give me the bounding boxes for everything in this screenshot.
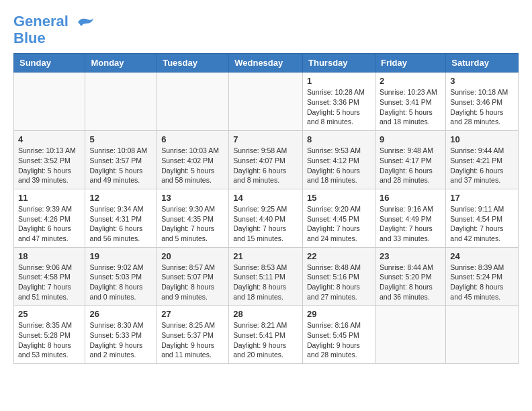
day-number: 16	[380, 193, 441, 203]
logo-general: General	[13, 13, 69, 30]
day-number: 18	[18, 251, 81, 261]
weekday-header-saturday: Saturday	[446, 54, 519, 73]
day-info: Sunrise: 9:44 AM Sunset: 4:21 PM Dayligh…	[450, 146, 514, 185]
day-info: Sunrise: 9:25 AM Sunset: 4:40 PM Dayligh…	[233, 204, 298, 244]
day-number: 23	[380, 251, 441, 261]
weekday-header-row: SundayMondayTuesdayWednesdayThursdayFrid…	[14, 54, 519, 73]
calendar-cell: 5Sunrise: 10:08 AM Sunset: 3:57 PM Dayli…	[85, 131, 157, 189]
day-number: 17	[450, 193, 514, 203]
calendar-cell: 3Sunrise: 10:18 AM Sunset: 3:46 PM Dayli…	[446, 73, 519, 131]
day-info: Sunrise: 8:39 AM Sunset: 5:24 PM Dayligh…	[450, 263, 514, 302]
day-number: 11	[18, 193, 81, 203]
day-info: Sunrise: 8:44 AM Sunset: 5:20 PM Dayligh…	[380, 263, 441, 302]
day-info: Sunrise: 10:13 AM Sunset: 3:52 PM Daylig…	[18, 146, 81, 185]
calendar-table: SundayMondayTuesdayWednesdayThursdayFrid…	[13, 53, 519, 364]
day-number: 15	[307, 193, 371, 203]
calendar-cell: 29Sunrise: 8:16 AM Sunset: 5:45 PM Dayli…	[303, 306, 375, 364]
calendar-cell: 6Sunrise: 10:03 AM Sunset: 4:02 PM Dayli…	[157, 131, 229, 189]
weekday-header-tuesday: Tuesday	[157, 54, 229, 73]
calendar-cell: 10Sunrise: 9:44 AM Sunset: 4:21 PM Dayli…	[446, 131, 519, 189]
day-number: 14	[233, 193, 298, 203]
day-number: 27	[161, 309, 224, 319]
day-number: 29	[307, 309, 371, 319]
weekday-header-friday: Friday	[375, 54, 445, 73]
day-number: 28	[233, 309, 298, 319]
day-info: Sunrise: 9:48 AM Sunset: 4:17 PM Dayligh…	[380, 146, 441, 185]
calendar-cell: 8Sunrise: 9:53 AM Sunset: 4:12 PM Daylig…	[303, 131, 375, 189]
day-info: Sunrise: 8:16 AM Sunset: 5:45 PM Dayligh…	[307, 320, 371, 360]
calendar-cell	[14, 73, 85, 131]
calendar-cell	[229, 73, 303, 131]
calendar-cell: 11Sunrise: 9:39 AM Sunset: 4:26 PM Dayli…	[14, 189, 85, 247]
calendar-cell: 19Sunrise: 9:02 AM Sunset: 5:03 PM Dayli…	[85, 247, 157, 306]
day-info: Sunrise: 9:02 AM Sunset: 5:03 PM Dayligh…	[89, 263, 152, 302]
day-info: Sunrise: 8:57 AM Sunset: 5:07 PM Dayligh…	[161, 263, 224, 302]
day-number: 1	[307, 76, 371, 86]
day-info: Sunrise: 9:11 AM Sunset: 4:54 PM Dayligh…	[450, 204, 514, 244]
day-info: Sunrise: 10:28 AM Sunset: 3:36 PM Daylig…	[307, 87, 371, 127]
calendar-cell	[375, 306, 445, 364]
day-info: Sunrise: 9:20 AM Sunset: 4:45 PM Dayligh…	[307, 204, 371, 244]
day-info: Sunrise: 9:53 AM Sunset: 4:12 PM Dayligh…	[307, 146, 371, 185]
calendar-cell: 25Sunrise: 8:35 AM Sunset: 5:28 PM Dayli…	[14, 306, 85, 364]
day-info: Sunrise: 9:58 AM Sunset: 4:07 PM Dayligh…	[233, 146, 298, 185]
day-number: 3	[450, 76, 514, 86]
day-info: Sunrise: 9:39 AM Sunset: 4:26 PM Dayligh…	[18, 204, 81, 244]
calendar-cell: 22Sunrise: 8:48 AM Sunset: 5:16 PM Dayli…	[303, 247, 375, 306]
day-number: 2	[380, 76, 441, 86]
calendar-cell: 21Sunrise: 8:53 AM Sunset: 5:11 PM Dayli…	[229, 247, 303, 306]
day-info: Sunrise: 10:03 AM Sunset: 4:02 PM Daylig…	[161, 146, 224, 185]
calendar-cell: 23Sunrise: 8:44 AM Sunset: 5:20 PM Dayli…	[375, 247, 445, 306]
calendar-cell: 12Sunrise: 9:34 AM Sunset: 4:31 PM Dayli…	[85, 189, 157, 247]
day-info: Sunrise: 8:25 AM Sunset: 5:37 PM Dayligh…	[161, 320, 224, 360]
calendar-week-row: 11Sunrise: 9:39 AM Sunset: 4:26 PM Dayli…	[14, 189, 519, 247]
day-info: Sunrise: 9:16 AM Sunset: 4:49 PM Dayligh…	[380, 204, 441, 244]
calendar-cell: 4Sunrise: 10:13 AM Sunset: 3:52 PM Dayli…	[14, 131, 85, 189]
day-number: 21	[233, 251, 298, 261]
calendar-cell	[446, 306, 519, 364]
day-number: 19	[89, 251, 152, 261]
day-number: 7	[233, 134, 298, 144]
calendar-cell: 27Sunrise: 8:25 AM Sunset: 5:37 PM Dayli…	[157, 306, 229, 364]
day-info: Sunrise: 10:18 AM Sunset: 3:46 PM Daylig…	[450, 87, 514, 127]
calendar-cell: 15Sunrise: 9:20 AM Sunset: 4:45 PM Dayli…	[303, 189, 375, 247]
day-number: 25	[18, 309, 81, 319]
calendar-week-row: 4Sunrise: 10:13 AM Sunset: 3:52 PM Dayli…	[14, 131, 519, 189]
calendar-cell: 16Sunrise: 9:16 AM Sunset: 4:49 PM Dayli…	[375, 189, 445, 247]
calendar-cell: 1Sunrise: 10:28 AM Sunset: 3:36 PM Dayli…	[303, 73, 375, 131]
weekday-header-thursday: Thursday	[303, 54, 375, 73]
day-number: 12	[89, 193, 152, 203]
day-number: 10	[450, 134, 514, 144]
logo-blue: Blue	[13, 30, 46, 46]
calendar-cell: 9Sunrise: 9:48 AM Sunset: 4:17 PM Daylig…	[375, 131, 445, 189]
day-info: Sunrise: 8:48 AM Sunset: 5:16 PM Dayligh…	[307, 263, 371, 302]
day-number: 8	[307, 134, 371, 144]
day-number: 22	[307, 251, 371, 261]
calendar-cell: 7Sunrise: 9:58 AM Sunset: 4:07 PM Daylig…	[229, 131, 303, 189]
day-number: 26	[89, 309, 152, 319]
calendar-cell: 2Sunrise: 10:23 AM Sunset: 3:41 PM Dayli…	[375, 73, 445, 131]
day-number: 5	[89, 134, 152, 144]
calendar-week-row: 1Sunrise: 10:28 AM Sunset: 3:36 PM Dayli…	[14, 73, 519, 131]
calendar-cell: 14Sunrise: 9:25 AM Sunset: 4:40 PM Dayli…	[229, 189, 303, 247]
weekday-header-wednesday: Wednesday	[229, 54, 303, 73]
day-number: 9	[380, 134, 441, 144]
calendar-cell: 26Sunrise: 8:30 AM Sunset: 5:33 PM Dayli…	[85, 306, 157, 364]
calendar-cell: 28Sunrise: 8:21 AM Sunset: 5:41 PM Dayli…	[229, 306, 303, 364]
calendar-week-row: 25Sunrise: 8:35 AM Sunset: 5:28 PM Dayli…	[14, 306, 519, 364]
calendar-cell	[85, 73, 157, 131]
day-info: Sunrise: 10:23 AM Sunset: 3:41 PM Daylig…	[380, 87, 441, 127]
page-header: General Blue	[13, 13, 519, 46]
logo: General Blue	[13, 13, 95, 46]
calendar-cell: 13Sunrise: 9:30 AM Sunset: 4:35 PM Dayli…	[157, 189, 229, 247]
day-info: Sunrise: 8:30 AM Sunset: 5:33 PM Dayligh…	[89, 320, 152, 360]
calendar-cell	[157, 73, 229, 131]
day-info: Sunrise: 9:34 AM Sunset: 4:31 PM Dayligh…	[89, 204, 152, 244]
day-info: Sunrise: 9:06 AM Sunset: 4:58 PM Dayligh…	[18, 263, 81, 302]
day-number: 13	[161, 193, 224, 203]
day-info: Sunrise: 8:21 AM Sunset: 5:41 PM Dayligh…	[233, 320, 298, 360]
calendar-cell: 24Sunrise: 8:39 AM Sunset: 5:24 PM Dayli…	[446, 247, 519, 306]
day-info: Sunrise: 8:53 AM Sunset: 5:11 PM Dayligh…	[233, 263, 298, 302]
day-number: 4	[18, 134, 81, 144]
day-info: Sunrise: 10:08 AM Sunset: 3:57 PM Daylig…	[89, 146, 152, 185]
